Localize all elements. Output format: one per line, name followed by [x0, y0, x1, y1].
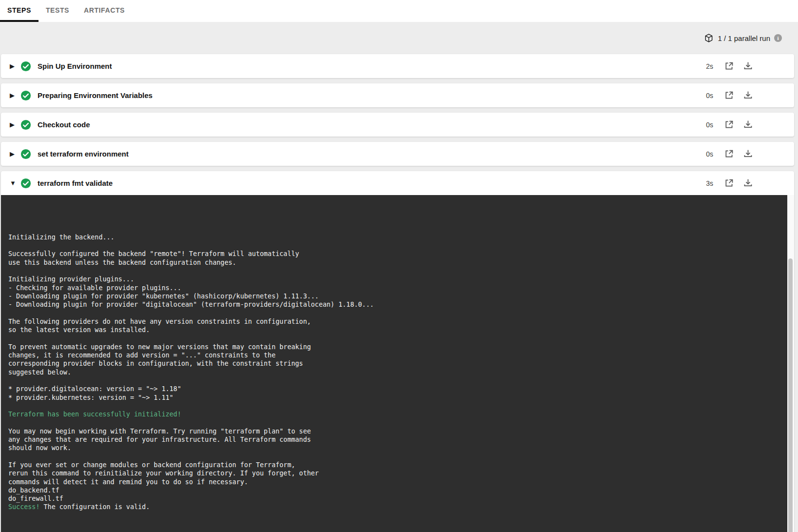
terminal-line: do_firewall.tf: [8, 494, 780, 503]
download-icon[interactable]: [743, 90, 753, 100]
step-row-checkout-code[interactable]: ▶ Checkout code 0s: [1, 113, 794, 137]
info-icon[interactable]: i: [774, 34, 782, 42]
terminal-line: - Downloading plugin for provider "kuber…: [8, 292, 780, 300]
terminal-output[interactable]: Initializing the backend... Successfully…: [1, 195, 787, 532]
step-title: Preparing Environment Variables: [38, 91, 153, 99]
download-icon[interactable]: [743, 178, 753, 188]
step-duration: 2s: [694, 62, 713, 70]
terminal-line: * provider.digitalocean: version = "~> 1…: [8, 385, 780, 393]
tab-artifacts-label: ARTIFACTS: [84, 6, 125, 14]
terminal-line: suggested below.: [8, 368, 780, 376]
terminal-line: To prevent automatic upgrades to new maj…: [8, 343, 780, 351]
tab-tests-label: TESTS: [46, 6, 69, 14]
tab-bar: STEPS TESTS ARTIFACTS: [0, 0, 798, 22]
parallel-run-row: 1 / 1 parallel run i: [0, 22, 798, 54]
success-check-icon: [20, 149, 31, 159]
download-icon[interactable]: [743, 119, 753, 130]
terminal-line: If you ever set or change modules or bac…: [8, 461, 780, 469]
terminal-line: - Downloading plugin for provider "digit…: [8, 300, 780, 309]
terminal-line: [8, 309, 780, 317]
download-icon[interactable]: [743, 61, 753, 71]
terminal-line: [8, 241, 780, 250]
step-duration: 0s: [694, 121, 713, 129]
step-card: ▶ Checkout code 0s: [1, 113, 794, 137]
terminal-line: You may now begin working with Terraform…: [8, 427, 780, 435]
terminal-line: [8, 334, 780, 342]
step-duration: 0s: [694, 150, 713, 158]
terminal-container: Initializing the backend... Successfully…: [1, 195, 794, 532]
success-check-icon: [20, 90, 31, 101]
terminal-line: Success! The configuration is valid.: [8, 503, 780, 511]
step-card: ▶ set terraform environment 0s: [1, 142, 794, 166]
open-in-new-icon[interactable]: [724, 178, 734, 188]
open-in-new-icon[interactable]: [724, 149, 734, 159]
parallel-run-label: 1 / 1 parallel run: [718, 34, 770, 42]
tab-tests[interactable]: TESTS: [39, 0, 77, 22]
terminal-line: any changes that are required for your i…: [8, 435, 780, 444]
terminal-line: changes, it is recommended to add versio…: [8, 351, 780, 359]
caret-right-icon[interactable]: ▶: [10, 63, 16, 69]
download-icon[interactable]: [743, 149, 753, 159]
terminal-line: so the latest version was installed.: [8, 326, 780, 334]
tab-steps-label: STEPS: [7, 6, 31, 14]
steps-list: ▶ Spin Up Environment 2s ▶ Preparing Env…: [0, 54, 798, 532]
step-row-terraform-fmt-validate[interactable]: ▼ terraform fmt validate 3s: [1, 171, 794, 195]
terminal-line: should now work.: [8, 444, 780, 452]
tab-steps[interactable]: STEPS: [0, 0, 39, 22]
terminal-line: [8, 453, 780, 461]
step-row-preparing-environment-variables[interactable]: ▶ Preparing Environment Variables 0s: [1, 83, 794, 107]
step-card: ▶ Preparing Environment Variables 0s: [1, 83, 794, 107]
caret-right-icon[interactable]: ▶: [10, 92, 16, 99]
caret-right-icon[interactable]: ▶: [10, 121, 16, 128]
step-row-set-terraform-environment[interactable]: ▶ set terraform environment 0s: [1, 142, 794, 166]
open-in-new-icon[interactable]: [724, 61, 734, 71]
terminal-scrollbar-thumb[interactable]: [788, 258, 793, 532]
terminal-line: The following providers do not have any …: [8, 317, 780, 326]
terminal-line: commands will detect it and remind you t…: [8, 478, 780, 486]
terminal-line: [8, 418, 780, 427]
caret-right-icon[interactable]: ▶: [10, 151, 16, 157]
terminal-line: Initializing provider plugins...: [8, 275, 780, 283]
terminal-line: Successfully configured the backend "rem…: [8, 250, 780, 258]
step-title: Spin Up Environment: [38, 62, 112, 70]
tab-artifacts[interactable]: ARTIFACTS: [77, 0, 132, 22]
parallel-cube-icon: [704, 33, 714, 43]
step-row-spin-up-environment[interactable]: ▶ Spin Up Environment 2s: [1, 54, 794, 78]
terminal-line: use this backend unless the backend conf…: [8, 258, 780, 267]
step-duration: 3s: [694, 179, 713, 187]
terminal-line: * provider.kubernetes: version = "~> 1.1…: [8, 394, 780, 402]
terminal-line: [8, 267, 780, 275]
step-title: terraform fmt validate: [38, 179, 113, 187]
open-in-new-icon[interactable]: [724, 119, 734, 130]
caret-down-icon[interactable]: ▼: [10, 180, 16, 186]
success-check-icon: [20, 178, 31, 189]
terminal-line: Terraform has been successfully initiali…: [8, 410, 780, 418]
step-card-expanded: ▼ terraform fmt validate 3s Initializing…: [1, 171, 794, 532]
terminal-line: Initializing the backend...: [8, 233, 780, 241]
terminal-line: [8, 376, 780, 385]
terminal-line: do_backend.tf: [8, 486, 780, 494]
step-duration: 0s: [694, 92, 713, 99]
step-title: Checkout code: [38, 120, 90, 129]
terminal-line: rerun this command to reinitialize your …: [8, 469, 780, 477]
step-title: set terraform environment: [38, 150, 129, 158]
terminal-line: corresponding provider blocks in configu…: [8, 359, 780, 368]
step-card: ▶ Spin Up Environment 2s: [1, 54, 794, 78]
terminal-scrollbar-track[interactable]: [787, 195, 794, 532]
terminal-line: - Checking for available provider plugin…: [8, 284, 780, 292]
success-check-icon: [20, 119, 31, 130]
open-in-new-icon[interactable]: [724, 90, 734, 100]
terminal-line: [8, 402, 780, 410]
success-check-icon: [20, 61, 31, 72]
